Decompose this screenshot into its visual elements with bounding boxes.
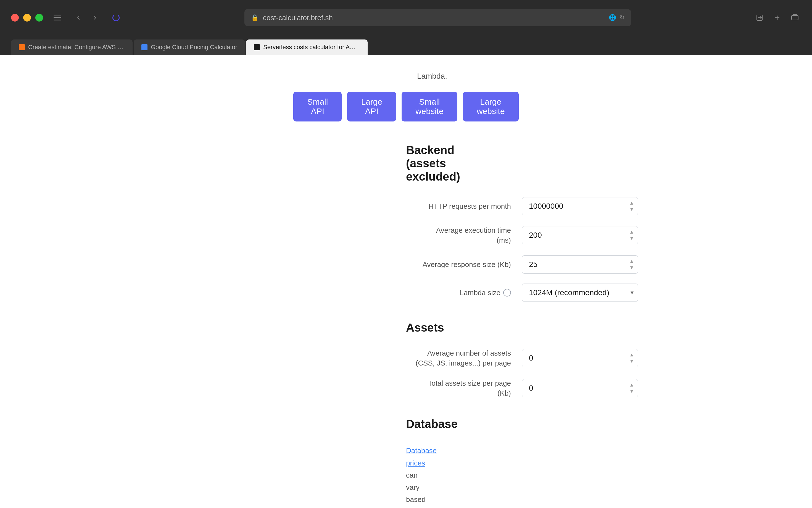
- partial-header-text: Lambda.: [406, 72, 428, 81]
- tab-google-cloud[interactable]: Google Cloud Pricing Calculator: [134, 40, 245, 55]
- minimize-button[interactable]: [23, 14, 31, 22]
- http-requests-spinner[interactable]: ▲ ▼: [629, 200, 634, 212]
- sidebar-toggle-icon[interactable]: [51, 12, 64, 24]
- avg-execution-time-spinner[interactable]: ▲ ▼: [629, 229, 634, 241]
- lambda-size-select[interactable]: 128M 256M 512M 1024M (recommended) 2048M…: [522, 284, 638, 302]
- large-api-button[interactable]: Large API: [347, 92, 396, 122]
- traffic-lights: [11, 14, 43, 22]
- lock-icon: 🔒: [251, 14, 258, 21]
- total-assets-size-input[interactable]: [522, 379, 638, 397]
- lambda-size-info-icon[interactable]: i: [503, 289, 511, 297]
- share-icon[interactable]: [754, 12, 766, 24]
- total-assets-size-spinner[interactable]: ▲ ▼: [629, 382, 634, 394]
- maximize-button[interactable]: [35, 14, 43, 22]
- svg-rect-1: [53, 17, 61, 18]
- total-assets-size-input-wrapper: ▲ ▼: [522, 379, 638, 397]
- address-bar[interactable]: 🔒 cost-calculator.bref.sh 🌐 ↻: [244, 9, 631, 26]
- svg-rect-2: [53, 19, 61, 20]
- database-prices-link[interactable]: Database prices: [406, 447, 437, 467]
- url-text: cost-calculator.bref.sh: [263, 13, 604, 22]
- new-tab-icon[interactable]: +: [771, 12, 783, 24]
- svg-rect-5: [793, 14, 797, 15]
- tab-serverless-calc[interactable]: Serverless costs calculator for AWS Lamb…: [246, 40, 368, 55]
- large-website-button[interactable]: Large website: [463, 92, 519, 122]
- lambda-size-label: Lambda size i: [406, 288, 511, 298]
- forward-button[interactable]: [88, 11, 102, 25]
- total-assets-size-label: Total assets size per page(Kb): [406, 378, 511, 398]
- tabs-bar: Create estimate: Configure AWS Lambda Go…: [0, 35, 812, 55]
- http-requests-input[interactable]: [522, 197, 638, 215]
- tab-label-2: Google Cloud Pricing Calculator: [151, 44, 237, 51]
- close-button[interactable]: [11, 14, 19, 22]
- avg-execution-time-input-wrapper: ▲ ▼: [522, 226, 638, 244]
- small-website-button[interactable]: Small website: [402, 92, 457, 122]
- tabs-overview-icon[interactable]: [789, 12, 801, 24]
- back-button[interactable]: [72, 11, 86, 25]
- avg-execution-time-input[interactable]: [522, 226, 638, 244]
- translate-icon[interactable]: 🌐: [609, 14, 616, 21]
- avg-response-size-label: Average response size (Kb): [406, 259, 511, 269]
- avg-response-size-input-wrapper: ▲ ▼: [522, 255, 638, 273]
- http-requests-input-wrapper: ▲ ▼: [522, 197, 638, 215]
- avg-assets-spinner[interactable]: ▲ ▼: [629, 352, 634, 364]
- avg-assets-input[interactable]: [522, 349, 638, 367]
- avg-assets-label: Average number of assets(CSS, JS, images…: [406, 348, 511, 368]
- tab-create-estimate[interactable]: Create estimate: Configure AWS Lambda: [11, 40, 132, 55]
- lambda-size-select-wrapper: 128M 256M 512M 1024M (recommended) 2048M…: [522, 284, 638, 302]
- tab-label-3: Serverless costs calculator for AWS Lamb…: [263, 44, 360, 51]
- svg-rect-0: [53, 15, 61, 15]
- small-api-button[interactable]: Small API: [293, 92, 342, 122]
- refresh-icon[interactable]: ↻: [619, 14, 624, 21]
- http-requests-label: HTTP requests per month: [406, 201, 511, 211]
- avg-assets-input-wrapper: ▲ ▼: [522, 349, 638, 367]
- avg-response-size-input[interactable]: [522, 255, 638, 273]
- avg-response-size-spinner[interactable]: ▲ ▼: [629, 258, 634, 270]
- page-content: Lambda. Small API Large API Small websit…: [0, 55, 812, 508]
- svg-rect-4: [791, 15, 798, 20]
- avg-execution-time-label: Average execution time(ms): [406, 225, 511, 246]
- tab-label-1: Create estimate: Configure AWS Lambda: [28, 44, 125, 51]
